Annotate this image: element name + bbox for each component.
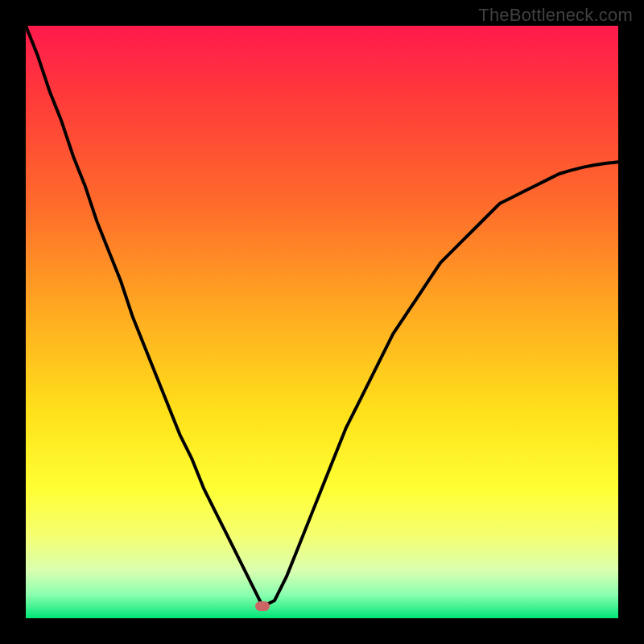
bottleneck-curve xyxy=(26,26,618,618)
chart-frame: TheBottleneck.com xyxy=(0,0,644,644)
plot-area xyxy=(26,26,618,618)
optimal-marker-icon xyxy=(255,601,270,611)
watermark-label: TheBottleneck.com xyxy=(478,5,633,26)
